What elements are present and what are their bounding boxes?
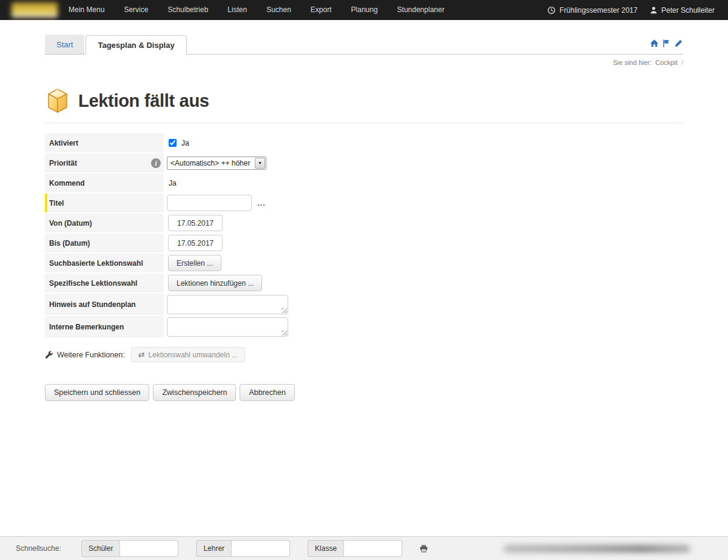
wrench-icon: [45, 351, 53, 359]
title-row: Lektion fällt aus: [45, 87, 683, 123]
interne-bemerkungen-textarea[interactable]: [167, 317, 288, 337]
nav-item-mein-menu[interactable]: Mein Menu: [59, 0, 114, 20]
redacted-footer-text: [504, 545, 690, 553]
quicksearch-bar: Schnellsuche: Schüler Lehrer Klasse: [0, 536, 728, 560]
navbar-right: Frühlingssemester 2017 Peter Schulleiter: [547, 6, 715, 15]
breadcrumb-cockpit[interactable]: Cockpit: [655, 59, 678, 66]
lesson-cancel-form: Aktiviert Ja Priorität i <Automatisch> +…: [45, 133, 336, 337]
user-menu[interactable]: Peter Schulleiter: [650, 6, 715, 15]
prioritaet-selected-value: <Automatisch> ++ höher: [170, 159, 250, 167]
semester-selector[interactable]: Frühlingssemester 2017: [547, 6, 638, 15]
nav-item-schulbetrieb[interactable]: Schulbetrieb: [158, 0, 218, 20]
form-row-titel: Titel ...: [45, 194, 336, 212]
semester-label: Frühlingssemester 2017: [559, 6, 638, 15]
von-datum-label: Von (Datum): [45, 214, 164, 232]
form-row-spezifische-lektionswahl: Spezifische Lektionswahl Lektionen hinzu…: [45, 274, 336, 292]
prioritaet-select[interactable]: <Automatisch> ++ höher ▼: [167, 157, 266, 170]
titel-label: Titel: [45, 194, 164, 212]
speichern-und-schliessen-button[interactable]: Speichern und schliessen: [45, 384, 149, 401]
quicksearch-label: Schnellsuche:: [16, 544, 61, 553]
lektionen-hinzufuegen-button[interactable]: Lektionen hinzufügen ...: [168, 275, 262, 291]
lehrer-field-label: Lehrer: [196, 540, 232, 557]
page-title: Lektion fällt aus: [78, 91, 209, 111]
lektionswahl-umwandeln-label: Lektionswahl umwandeln ...: [149, 351, 238, 359]
tab-tagesplan-display[interactable]: Tagesplan & Display: [86, 35, 186, 55]
erstellen-button[interactable]: Erstellen ...: [168, 255, 221, 271]
weitere-funktionen-row: Weitere Funktionen: ⇄ Lektionswahl umwan…: [45, 347, 683, 362]
titel-input[interactable]: [167, 195, 252, 211]
app-logo: [12, 2, 58, 18]
nav-item-listen[interactable]: Listen: [218, 0, 257, 20]
bis-datum-input[interactable]: [168, 235, 223, 251]
von-datum-input[interactable]: [168, 215, 223, 231]
breadcrumb-prefix: Sie sind hier:: [613, 59, 652, 66]
weitere-funktionen-label: Weitere Funktionen:: [57, 351, 125, 359]
quicksearch-schueler-group: Schüler: [81, 540, 179, 557]
interne-label: Interne Bemerkungen: [45, 316, 164, 337]
cube-icon: [45, 87, 70, 114]
aktiviert-value-label: Ja: [181, 139, 189, 147]
flag-icon[interactable]: [662, 39, 671, 48]
abbrechen-button[interactable]: Abbrechen: [240, 384, 294, 401]
bis-datum-label: Bis (Datum): [45, 234, 164, 252]
nav-item-planung[interactable]: Planung: [342, 0, 388, 20]
form-row-kommend: Kommend Ja: [45, 174, 336, 192]
suchbasierte-label: Suchbasierte Lektionswahl: [45, 254, 164, 272]
titel-more-indicator: ...: [257, 198, 266, 207]
zwischenspeichern-button[interactable]: Zwischenspeichern: [153, 384, 236, 401]
breadcrumb: Sie sind hier: Cockpit /: [45, 59, 683, 66]
prioritaet-label-text: Priorität: [49, 159, 77, 167]
klasse-search-input[interactable]: [344, 540, 402, 557]
form-row-von-datum: Von (Datum): [45, 214, 336, 232]
quicksearch-klasse-group: Klasse: [308, 540, 402, 557]
spezifische-label: Spezifische Lektionswahl: [45, 274, 164, 292]
breadcrumb-separator: /: [681, 59, 683, 66]
hinweis-label: Hinweis auf Stundenplan: [45, 294, 164, 315]
swap-arrows-icon: ⇄: [138, 351, 145, 359]
form-row-hinweis: Hinweis auf Stundenplan: [45, 294, 336, 315]
info-icon[interactable]: i: [151, 158, 161, 168]
tab-toolbar: [650, 39, 683, 48]
top-navbar: Mein Menu Service Schulbetrieb Listen Su…: [0, 0, 728, 20]
home-icon[interactable]: [650, 39, 659, 48]
schueler-field-label: Schüler: [81, 540, 121, 557]
page: Mein Menu Service Schulbetrieb Listen Su…: [0, 0, 728, 560]
user-icon: [650, 6, 658, 14]
clock-icon: [547, 6, 556, 15]
form-row-suchbasierte-lektionswahl: Suchbasierte Lektionswahl Erstellen ...: [45, 254, 336, 272]
schueler-search-input[interactable]: [120, 540, 178, 557]
form-row-bis-datum: Bis (Datum): [45, 234, 336, 252]
kommend-label: Kommend: [45, 174, 164, 192]
form-actions: Speichern und schliessen Zwischenspeiche…: [45, 384, 683, 401]
nav-item-suchen[interactable]: Suchen: [257, 0, 301, 20]
user-name: Peter Schulleiter: [661, 6, 715, 15]
print-icon[interactable]: [419, 544, 428, 553]
tab-start[interactable]: Start: [45, 35, 84, 54]
hinweis-textarea[interactable]: [167, 295, 288, 314]
lehrer-search-input[interactable]: [232, 540, 290, 557]
aktiviert-label: Aktiviert: [45, 133, 164, 152]
main-menu: Mein Menu Service Schulbetrieb Listen Su…: [59, 0, 454, 20]
klasse-field-label: Klasse: [308, 540, 344, 557]
form-row-interne-bemerkungen: Interne Bemerkungen: [45, 316, 336, 337]
form-row-aktiviert: Aktiviert Ja: [45, 133, 336, 152]
nav-item-export[interactable]: Export: [301, 0, 342, 20]
form-row-prioritaet: Priorität i <Automatisch> ++ höher ▼: [45, 153, 336, 172]
chevron-down-icon: ▼: [258, 161, 262, 165]
main-content: Start Tagesplan & Display Sie sind hier:…: [45, 35, 683, 401]
quicksearch-lehrer-group: Lehrer: [196, 540, 290, 557]
tab-bar: Start Tagesplan & Display: [45, 35, 683, 55]
prioritaet-label: Priorität i: [45, 153, 164, 172]
lektionswahl-umwandeln-button[interactable]: ⇄ Lektionswahl umwandeln ...: [131, 347, 245, 362]
aktiviert-checkbox[interactable]: [169, 139, 177, 147]
select-dropdown-button[interactable]: ▼: [255, 158, 265, 169]
kommend-value: Ja: [169, 179, 177, 187]
pencil-icon[interactable]: [674, 39, 683, 48]
nav-item-stundenplaner[interactable]: Stundenplaner: [388, 0, 454, 20]
nav-item-service[interactable]: Service: [114, 0, 158, 20]
